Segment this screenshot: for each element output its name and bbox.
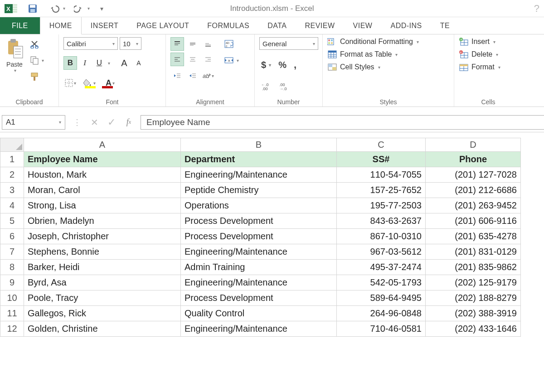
help-icon[interactable]: ? [534,3,539,15]
cell[interactable]: Operations [181,198,337,213]
row-header[interactable]: 3 [0,183,24,198]
cell[interactable]: (201) 127-7028 [426,167,521,183]
col-header-D[interactable]: D [426,138,521,152]
cell[interactable]: Process Development [181,213,337,229]
cell[interactable]: Quality Control [181,306,337,321]
tab-formulas[interactable]: FORMULAS [198,17,258,34]
cell[interactable]: (201) 831-0129 [426,244,521,260]
shrink-font-button[interactable]: A [132,56,146,70]
cell[interactable]: (201) 635-4278 [426,229,521,244]
font-size-select[interactable]: 10▾ [120,37,141,50]
tab-page-layout[interactable]: PAGE LAYOUT [127,17,198,34]
cell[interactable]: Department [181,152,337,167]
cell[interactable]: 110-54-7055 [337,167,426,183]
row-header[interactable]: 1 [0,152,24,167]
row-header[interactable]: 11 [0,306,24,321]
cell[interactable]: Byrd, Asa [24,275,181,290]
cell[interactable]: (202) 388-3919 [426,306,521,321]
cell[interactable]: 542-05-1793 [337,275,426,290]
cell[interactable]: 195-77-2503 [337,198,426,213]
cell[interactable]: (202) 125-9179 [426,275,521,290]
undo-button[interactable]: ▾ [48,2,66,15]
format-painter-button[interactable] [28,70,46,83]
cell[interactable]: Peptide Chemistry [181,183,337,198]
format-cells-button[interactable]: Format▾ [459,63,500,72]
qat-customize-button[interactable]: ▾ [97,2,106,15]
select-all-corner[interactable] [0,138,24,152]
cell[interactable]: (201) 835-9862 [426,260,521,275]
name-box[interactable]: A1▾ [2,115,65,130]
align-right-button[interactable] [201,53,215,66]
wrap-text-button[interactable]: abc [222,37,241,51]
cell[interactable]: Admin Training [181,260,337,275]
cell[interactable]: Houston, Mark [24,167,181,183]
row-header[interactable]: 4 [0,198,24,213]
align-bottom-button[interactable] [201,37,215,51]
row-header[interactable]: 8 [0,260,24,275]
cell[interactable]: Gallegos, Rick [24,306,181,321]
cell[interactable]: Obrien, Madelyn [24,213,181,229]
cell[interactable]: Poole, Tracy [24,290,181,306]
col-header-A[interactable]: A [24,138,181,152]
format-as-table-button[interactable]: Format as Table▾ [327,50,419,59]
enter-formula-button[interactable]: ✓ [105,116,118,129]
cell[interactable]: 867-10-0310 [337,229,426,244]
decrease-indent-button[interactable] [170,69,184,82]
cell[interactable]: 710-46-0581 [337,321,426,337]
cell-styles-button[interactable]: Cell Styles▾ [327,63,419,72]
paste-button[interactable]: Paste ▾ [5,37,24,74]
redo-button[interactable]: ▾ [73,2,91,15]
cell[interactable]: (201) 263-9452 [426,198,521,213]
cancel-formula-button[interactable]: ✕ [88,116,101,129]
cell[interactable]: Engineering/Maintenance [181,244,337,260]
cell[interactable]: Process Development [181,290,337,306]
formula-menu-icon[interactable]: ⋮ [71,116,83,129]
orientation-button[interactable]: ab▾ [201,69,215,82]
font-name-select[interactable]: Calibri▾ [63,37,118,50]
insert-cells-button[interactable]: + Insert▾ [459,37,500,46]
row-header[interactable]: 5 [0,213,24,229]
align-middle-button[interactable] [186,37,199,51]
cell[interactable]: 589-64-9495 [337,290,426,306]
cell[interactable]: Stephens, Bonnie [24,244,181,260]
col-header-C[interactable]: C [337,138,426,152]
increase-indent-button[interactable] [186,69,199,82]
underline-dropdown[interactable]: ▾ [108,61,110,66]
cell[interactable]: Process Development [181,229,337,244]
cell[interactable]: 495-37-2474 [337,260,426,275]
cell[interactable]: Phone [426,152,521,167]
cell[interactable]: Moran, Carol [24,183,181,198]
tab-extra[interactable]: Te [431,17,450,34]
merge-center-button[interactable]: a▾ [222,53,241,67]
conditional-formatting-button[interactable]: Conditional Formatting▾ [327,37,419,46]
tab-view[interactable]: VIEW [344,17,382,34]
number-format-select[interactable]: General▾ [259,37,318,50]
percent-button[interactable]: % [277,58,288,72]
formula-input[interactable]: Employee Name [141,115,544,130]
align-center-button[interactable] [186,53,199,66]
comma-button[interactable]: , [292,58,298,72]
bold-button[interactable]: B [63,56,77,70]
cell[interactable]: Employee Name [24,152,181,167]
cell[interactable]: (201) 606-9116 [426,213,521,229]
cell[interactable]: Barker, Heidi [24,260,181,275]
save-button[interactable] [24,2,42,15]
cell[interactable]: SS# [337,152,426,167]
copy-button[interactable]: ▾ [28,53,46,67]
cell[interactable]: Golden, Christine [24,321,181,337]
row-header[interactable]: 7 [0,244,24,260]
align-left-button[interactable] [170,53,184,66]
row-header[interactable]: 2 [0,167,24,183]
cut-button[interactable] [28,37,46,51]
cell[interactable]: 157-25-7652 [337,183,426,198]
decrease-decimal-button[interactable]: .00→.0 [277,80,292,93]
tab-file[interactable]: FILE [0,17,40,34]
row-header[interactable]: 10 [0,290,24,306]
row-header[interactable]: 9 [0,275,24,290]
cell[interactable]: Joseph, Christopher [24,229,181,244]
row-header[interactable]: 6 [0,229,24,244]
tab-addins[interactable]: ADD-INS [381,17,431,34]
tab-insert[interactable]: INSERT [82,17,127,34]
tab-home[interactable]: HOME [40,17,82,34]
delete-cells-button[interactable]: × Delete▾ [459,50,500,59]
